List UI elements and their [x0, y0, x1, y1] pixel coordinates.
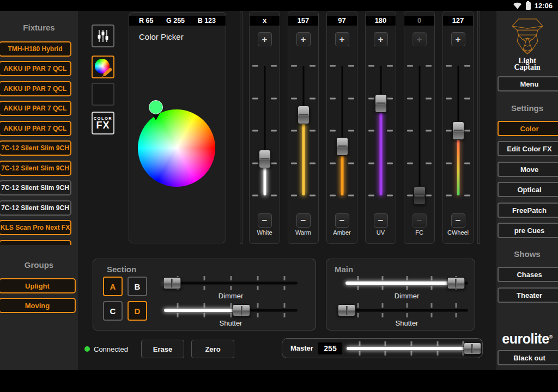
channel-label: FC [404, 229, 434, 236]
channel-label: UV [366, 229, 396, 236]
color-fx-tool-button[interactable]: COLOR FX [92, 112, 114, 134]
slider-thumb[interactable] [463, 342, 481, 354]
fader-thumb[interactable] [298, 106, 310, 124]
fixture-button[interactable]: KLS Scan Pro Next FX [0, 220, 71, 235]
fixture-button[interactable]: AKKU IP PAR 7 QCL [0, 81, 71, 96]
color-picker-title: Color Picker [139, 32, 184, 41]
section-cell-a[interactable]: A [103, 277, 123, 296]
fader-channel-uv: 180 + − UV [365, 11, 396, 244]
section-panel: Section A B C D Dimmer Shutter [93, 259, 316, 330]
fader-track-zone[interactable] [252, 66, 277, 195]
light-captain-logo [505, 14, 550, 58]
settings-item-edit-color-fx[interactable]: Edit Color FX [498, 141, 558, 156]
color-wheel[interactable] [138, 109, 215, 187]
shows-item-chases[interactable]: Chases [498, 267, 558, 282]
palette-tool-button[interactable] [92, 83, 114, 106]
increment-button[interactable]: + [296, 32, 311, 46]
main-shutter-slider[interactable] [345, 303, 468, 317]
blue-value: B 123 [198, 17, 216, 24]
master-panel: Master 255 [282, 338, 483, 358]
master-slider[interactable] [347, 341, 476, 356]
fader-channel-white: x + − White [249, 11, 280, 244]
red-value: R 65 [139, 17, 153, 24]
settings-item-move[interactable]: Move [498, 162, 558, 177]
fixture-button[interactable]: TMH-H180 Hybrid [0, 41, 71, 57]
shutter-label: Shutter [345, 319, 468, 327]
shows-item-theater[interactable]: Theater [498, 287, 558, 303]
fader-track-zone[interactable] [291, 66, 316, 195]
erase-button[interactable]: Erase [141, 340, 184, 358]
fader-panel-partial [240, 11, 242, 244]
decrement-button[interactable]: − [413, 213, 427, 228]
decrement-button[interactable]: − [335, 213, 349, 228]
fader-track-zone[interactable] [446, 66, 470, 195]
section-shutter-slider[interactable] [164, 303, 298, 317]
slider-thumb[interactable] [447, 277, 465, 289]
fader-thumb[interactable] [336, 137, 348, 156]
groups-title: Groups [0, 260, 78, 270]
fixtures-title: Fixtures [0, 23, 78, 32]
status-bar: ✕ 12:06 [0, 0, 558, 11]
color-picker-tool-button[interactable] [92, 56, 114, 78]
fixture-button[interactable]: AKKU IP PAR 7 QCL [0, 101, 71, 116]
increment-button[interactable]: + [258, 32, 272, 46]
settings-title: Settings [496, 103, 558, 113]
fader-track-zone[interactable] [407, 66, 432, 195]
decrement-button[interactable]: − [258, 213, 272, 228]
main-dimmer-slider[interactable] [345, 276, 468, 290]
fader-channel-fc: 0 + − FC [404, 11, 435, 244]
fader-thumb[interactable] [259, 150, 271, 168]
increment-button[interactable]: + [335, 32, 349, 46]
slider-thumb[interactable] [338, 304, 356, 316]
decrement-button[interactable]: − [451, 213, 465, 228]
fixture-button[interactable]: 7C-12 Silent Slim 9CH [0, 161, 71, 176]
fader-channel-warm: 157 + − Warm [288, 11, 319, 244]
section-dimmer-slider[interactable] [164, 276, 298, 290]
zero-button[interactable]: Zero [191, 340, 234, 358]
fixtures-list[interactable]: TMH-H180 Hybrid AKKU IP PAR 7 QCL AKKU I… [0, 34, 78, 245]
faders-icon [96, 29, 110, 43]
fixture-button[interactable]: 7C-12 Silent Slim 9CH [0, 200, 71, 216]
fader-track-zone[interactable] [330, 66, 354, 195]
settings-item-pre-cues[interactable]: pre Cues [498, 223, 558, 238]
group-button-moving[interactable]: Moving [0, 298, 76, 313]
decrement-button[interactable]: − [296, 213, 311, 228]
blackout-button[interactable]: Black out [498, 350, 558, 365]
increment-button[interactable]: + [413, 32, 427, 46]
slider-thumb[interactable] [163, 277, 181, 289]
faders-tool-button[interactable] [92, 24, 114, 47]
connection-status-dot [84, 346, 90, 352]
channel-value: 0 [404, 16, 434, 26]
fixture-button[interactable]: AKKU IP PAR 7 QCL [0, 61, 71, 76]
decrement-button[interactable]: − [374, 213, 388, 228]
fader-track-zone[interactable] [368, 66, 393, 195]
section-cell-d[interactable]: D [128, 301, 147, 321]
settings-sidebar: Light Captain Menu Settings Color Edit C… [496, 11, 558, 370]
fixture-button[interactable] [0, 240, 71, 245]
menu-button[interactable]: Menu [498, 76, 558, 91]
clock: 12:06 [535, 2, 553, 10]
section-cell-c[interactable]: C [103, 301, 123, 321]
fixture-button[interactable]: 7C-12 Silent Slim 9CH [0, 140, 71, 156]
channel-value: x [250, 16, 280, 26]
group-button-uplight[interactable]: Uplight [0, 278, 76, 293]
settings-item-color[interactable]: Color [498, 121, 558, 136]
slider-thumb[interactable] [233, 304, 251, 316]
main-title: Main [335, 265, 353, 274]
fixture-button[interactable]: AKKU IP PAR 7 QCL [0, 121, 71, 136]
channel-value: 180 [366, 16, 396, 26]
fader-thumb[interactable] [375, 94, 387, 113]
connection-status-text: Connected [94, 345, 128, 353]
color-pin[interactable] [149, 100, 163, 114]
fader-thumb[interactable] [452, 121, 464, 140]
channel-label: CWheel [443, 229, 473, 236]
section-cell-b[interactable]: B [128, 277, 147, 296]
fader-thumb[interactable] [414, 186, 426, 205]
wifi-off-icon: ✕ [513, 2, 522, 9]
section-title: Section [107, 265, 136, 274]
fixture-button[interactable]: 7C-12 Silent Slim 9CH [0, 180, 71, 195]
settings-item-optical[interactable]: Optical [498, 182, 558, 197]
settings-item-freepatch[interactable]: FreePatch [498, 203, 558, 218]
increment-button[interactable]: + [451, 32, 465, 46]
increment-button[interactable]: + [374, 32, 388, 46]
